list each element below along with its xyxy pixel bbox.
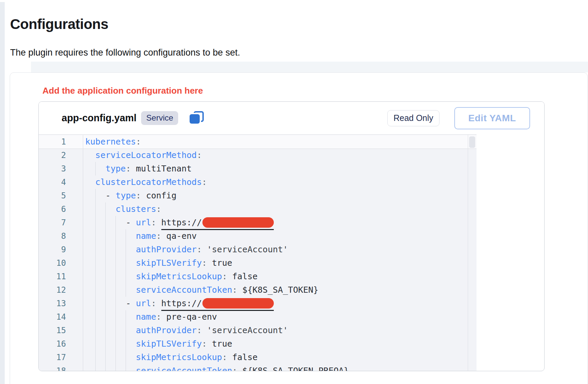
- indent-guide: [105, 310, 106, 324]
- line-number: 4: [39, 175, 83, 189]
- indent-guide: [95, 270, 96, 283]
- read-only-button[interactable]: Read Only: [387, 110, 439, 126]
- edit-yaml-button[interactable]: Edit YAML: [454, 107, 530, 129]
- code-line: 14 name: pre-qa-env: [39, 310, 468, 324]
- code-line-text: name: qa-env: [83, 229, 468, 243]
- line-number: 8: [39, 229, 83, 243]
- code-line-text: authProvider: 'serviceAccount': [83, 243, 468, 256]
- indent-guide: [116, 243, 116, 256]
- indent-guide: [105, 297, 106, 310]
- indent-guide: [116, 256, 116, 270]
- indent-guide: [116, 337, 116, 351]
- redaction-marker: [202, 298, 274, 309]
- code-line-text: - url: https://: [83, 216, 468, 229]
- indent-guide: [126, 270, 126, 283]
- indent-guide: [126, 310, 126, 324]
- code-line-text: - url: https://: [83, 297, 468, 310]
- indent-guide: [95, 337, 96, 351]
- code-line-text: serviceAccountToken: ${K8S_SA_TOKEN_PREQ…: [83, 364, 468, 371]
- vertical-scrollbar[interactable]: [468, 135, 477, 371]
- indent-guide: [126, 229, 126, 243]
- code-line: 11 skipMetricsLookup: false: [39, 270, 468, 283]
- indent-guide: [95, 229, 96, 243]
- code-line-text: serviceAccountToken: ${K8S_SA_TOKEN}: [83, 283, 468, 297]
- indent-guide: [126, 324, 126, 337]
- indent-guide: [116, 324, 116, 337]
- code-line-text: name: pre-qa-env: [83, 310, 468, 324]
- yaml-editor-card: app-config.yaml Service Read Only Edit Y…: [38, 101, 545, 371]
- indent-guide: [126, 337, 126, 351]
- indent-guide: [95, 216, 96, 229]
- line-number: 6: [39, 202, 83, 216]
- indent-guide: [105, 216, 106, 229]
- code-line: 12 serviceAccountToken: ${K8S_SA_TOKEN}: [39, 283, 468, 297]
- code-line: 18 serviceAccountToken: ${K8S_SA_TOKEN_P…: [39, 364, 468, 371]
- cluster-url-value: https://: [161, 217, 274, 230]
- indent-guide: [116, 351, 116, 364]
- indent-guide: [105, 256, 106, 270]
- code-line-text: serviceLocatorMethod:: [83, 149, 468, 162]
- indent-guide: [95, 256, 96, 270]
- indent-guide: [105, 202, 106, 216]
- code-line: 13 - url: https://: [39, 297, 468, 310]
- line-number: 15: [39, 324, 83, 337]
- indent-guide: [126, 364, 126, 371]
- indent-guide: [126, 283, 126, 297]
- indent-guide: [95, 297, 96, 310]
- line-number: 12: [39, 283, 83, 297]
- line-number: 18: [39, 364, 83, 371]
- indent-guide: [126, 256, 126, 270]
- scrollbar-thumb[interactable]: [469, 136, 475, 148]
- indent-guide: [105, 270, 106, 283]
- code-line-text: authProvider: 'serviceAccount': [83, 324, 468, 337]
- callout-text: Add the application configuration here: [42, 86, 203, 96]
- code-line-text: kubernetes:: [83, 135, 468, 149]
- line-number: 1: [39, 135, 83, 149]
- indent-guide: [105, 337, 106, 351]
- code-line: 3 type: multiTenant: [39, 162, 468, 175]
- line-number: 7: [39, 216, 83, 229]
- code-line: 8 name: qa-env: [39, 229, 468, 243]
- indent-guide: [116, 310, 116, 324]
- code-line: 7 - url: https://: [39, 216, 468, 229]
- copy-icon[interactable]: [190, 111, 204, 125]
- indent-guide: [95, 189, 96, 202]
- yaml-code-editor[interactable]: 1kubernetes:2 serviceLocatorMethod:3 typ…: [39, 134, 477, 371]
- line-number: 3: [39, 162, 83, 175]
- indent-guide: [95, 162, 96, 175]
- indent-guide: [95, 243, 96, 256]
- code-line-text: clusters:: [83, 202, 468, 216]
- code-line: 16 skipTLSVerify: true: [39, 337, 468, 351]
- indent-guide: [116, 283, 116, 297]
- code-line-text: - type: config: [83, 189, 468, 202]
- indent-guide: [126, 243, 126, 256]
- code-line: 10 skipTLSVerify: true: [39, 256, 468, 270]
- indent-guide: [95, 351, 96, 364]
- cluster-url-value: https://: [161, 298, 274, 311]
- line-number: 9: [39, 243, 83, 256]
- redaction-marker: [202, 217, 274, 228]
- line-number: 14: [39, 310, 83, 324]
- indent-guide: [105, 324, 106, 337]
- indent-guide: [105, 364, 106, 371]
- code-line-text: skipMetricsLookup: false: [83, 351, 468, 364]
- editor-header: app-config.yaml Service Read Only Edit Y…: [39, 102, 544, 134]
- code-line: 17 skipMetricsLookup: false: [39, 351, 468, 364]
- code-line: 15 authProvider: 'serviceAccount': [39, 324, 468, 337]
- section-top-band: [31, 62, 588, 72]
- indent-guide: [95, 202, 96, 216]
- page-intro-text: The plugin requires the following config…: [10, 47, 240, 58]
- indent-guide: [116, 216, 116, 229]
- configuration-section-card: Add the application configuration here a…: [10, 72, 588, 384]
- code-line: 4 clusterLocatorMethods:: [39, 175, 468, 189]
- code-lines: 1kubernetes:2 serviceLocatorMethod:3 typ…: [39, 135, 468, 371]
- indent-guide: [95, 283, 96, 297]
- code-line: 6 clusters:: [39, 202, 468, 216]
- code-line-text: skipTLSVerify: true: [83, 256, 468, 270]
- line-number: 5: [39, 189, 83, 202]
- scrollbar-active-line-highlight: [468, 135, 477, 149]
- line-number: 10: [39, 256, 83, 270]
- indent-guide: [116, 297, 116, 310]
- indent-guide: [105, 229, 106, 243]
- code-line: 1kubernetes:: [39, 135, 468, 149]
